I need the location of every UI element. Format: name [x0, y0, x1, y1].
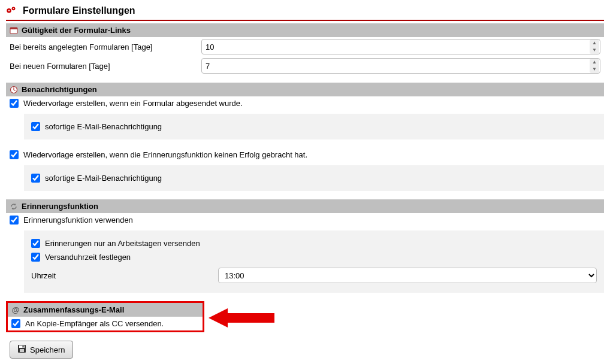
checkbox-cc-recipients[interactable]	[11, 319, 20, 328]
svg-point-2	[8, 10, 10, 11]
checkbox-resubmit-on-send[interactable]	[10, 99, 19, 108]
svg-rect-11	[23, 346, 24, 348]
save-button-label: Speichern	[30, 345, 65, 354]
checkbox-use-reminder[interactable]	[10, 216, 19, 225]
spinner-buttons[interactable]: ▲▼	[590, 40, 599, 54]
resubmit-on-reminder-fail-label: Wiedervorlage erstellen, wenn die Erinne…	[23, 150, 307, 159]
annotation-arrow-icon	[209, 307, 274, 330]
svg-marker-7	[209, 308, 274, 327]
use-reminder-label: Erinnerungsfunktion verwenden	[23, 216, 133, 225]
clock-icon	[10, 86, 18, 94]
save-button[interactable]: Speichern	[10, 341, 73, 359]
checkbox-resubmit-on-reminder-fail[interactable]	[10, 150, 19, 159]
workdays-only-label: Erinnerungen nur an Arbeitstagen versend…	[45, 239, 200, 248]
svg-rect-9	[19, 345, 25, 348]
immediate-email-label-1: sofortige E-Mail-Benachrichtigung	[45, 122, 162, 131]
spinner-buttons[interactable]: ▲▼	[590, 59, 599, 73]
at-icon: @	[11, 306, 20, 314]
cc-recipients-label: An Kopie-Empfänger als CC versenden.	[25, 319, 164, 328]
section-notifications: Benachrichtigungen Wiedervorlage erstell…	[6, 83, 604, 191]
section-reminder-heading: Erinnerungsfunktion	[22, 202, 98, 211]
notifications-sub-1: sofortige E-Mail-Benachrichtigung	[24, 114, 604, 139]
save-icon	[17, 344, 26, 355]
time-label: Uhrzeit	[31, 271, 218, 280]
refresh-icon	[10, 202, 18, 211]
checkbox-workdays-only[interactable]	[31, 239, 40, 248]
checkbox-set-send-time[interactable]	[31, 253, 40, 262]
section-reminder: Erinnerungsfunktion Erinnerungsfunktion …	[6, 199, 604, 293]
svg-rect-10	[20, 349, 24, 352]
resubmit-on-send-label: Wiedervorlage erstellen, wenn ein Formul…	[23, 99, 243, 108]
notifications-sub-2: sofortige E-Mail-Benachrichtigung	[24, 165, 604, 191]
section-summary-heading: Zusammenfassungs-E-Mail	[23, 305, 124, 314]
section-validity: Gültigkeit der Formular-Links Bei bereit…	[6, 23, 604, 75]
highlight-annotation: @ Zusammenfassungs-E-Mail An Kopie-Empfä…	[6, 301, 204, 332]
immediate-email-label-2: sofortige E-Mail-Benachrichtigung	[45, 174, 162, 183]
gears-icon	[6, 5, 18, 16]
validity-new-label: Bei neuen Formularen [Tage]	[10, 62, 201, 71]
section-validity-heading: Gültigkeit der Formular-Links	[22, 26, 131, 35]
validity-existing-label: Bei bereits angelegten Formularen [Tage]	[10, 43, 201, 51]
set-send-time-label: Versanduhrzeit festlegen	[45, 253, 131, 262]
page-title: Formulare Einstellungen	[23, 5, 135, 16]
reminder-sub: Erinnerungen nur an Arbeitstagen versend…	[24, 230, 604, 293]
svg-rect-5	[10, 28, 17, 29]
checkbox-immediate-email-1[interactable]	[31, 122, 40, 131]
validity-new-input[interactable]	[201, 58, 600, 74]
header-divider	[6, 20, 604, 21]
section-notifications-heading: Benachrichtigungen	[22, 85, 97, 94]
checkbox-immediate-email-2[interactable]	[31, 174, 40, 183]
validity-existing-input[interactable]	[201, 39, 600, 54]
calendar-icon	[10, 26, 18, 35]
time-select[interactable]: 13:00	[218, 268, 597, 283]
svg-point-3	[13, 8, 14, 10]
